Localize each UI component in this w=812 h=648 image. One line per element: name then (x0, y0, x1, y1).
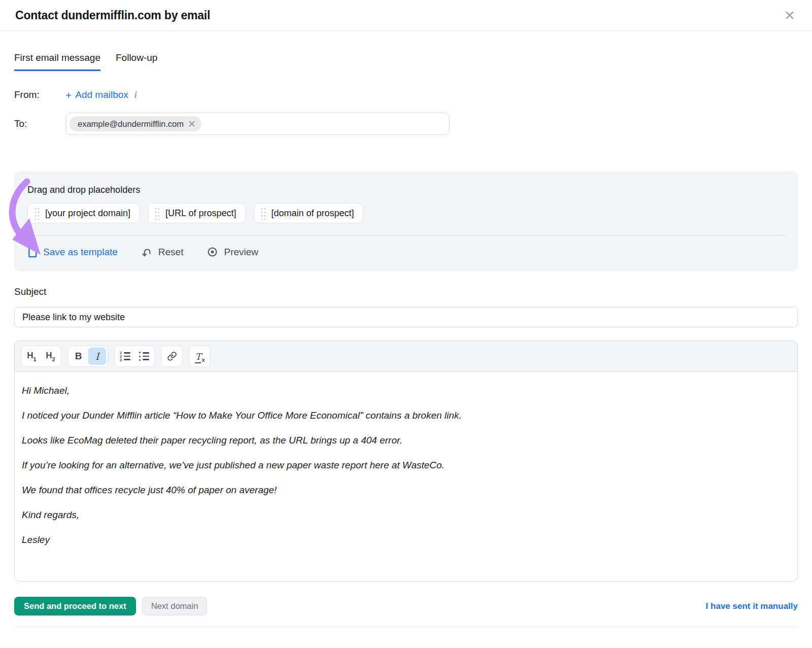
footer-actions: Send and proceed to next Next domain I h… (14, 597, 798, 616)
undo-icon (141, 246, 153, 258)
tab-follow-up[interactable]: Follow-up (116, 52, 157, 71)
ordered-list-icon: 1 2 3 (120, 351, 130, 362)
clear-formatting-button[interactable]: Tx (191, 348, 209, 365)
link-icon (167, 351, 177, 361)
panel-divider (27, 235, 786, 235)
bottom-divider (14, 627, 798, 627)
subject-label: Subject (14, 286, 798, 297)
from-label: From: (14, 89, 65, 100)
placeholders-title: Drag and drop placeholders (27, 185, 786, 195)
recipient-chip: example@dundermifflin.com (70, 116, 201, 131)
heading-group: H1 H2 (21, 346, 61, 367)
modal-header: Contact dundermifflin.com by email (0, 0, 812, 31)
italic-button[interactable]: I (88, 348, 106, 365)
placeholder-chip-domain-of-prospect[interactable]: [domain of prospect] (254, 203, 363, 223)
page-title: Contact dundermifflin.com by email (15, 9, 210, 22)
to-label: To: (14, 118, 65, 129)
from-row: From: + Add mailbox i (14, 89, 798, 100)
eye-icon (207, 246, 218, 258)
style-group: B I (67, 346, 108, 367)
placeholders-panel: Drag and drop placeholders [your project… (14, 172, 798, 271)
bullet-list-icon (139, 352, 149, 361)
editor-toolbar: H1 H2 B I 1 2 (15, 341, 797, 372)
tab-first-email-message[interactable]: First email message (14, 52, 100, 71)
email-body-paragraph: I noticed your Dunder Mifflin article “H… (22, 408, 790, 422)
list-group: 1 2 3 (114, 346, 155, 367)
sent-manually-link[interactable]: I have sent it manually (706, 601, 798, 611)
email-body-paragraph: We found that offices recycle just 40% o… (22, 483, 790, 497)
bullet-list-button[interactable] (135, 348, 153, 365)
email-tabs: First email message Follow-up (14, 52, 798, 71)
send-and-proceed-button[interactable]: Send and proceed to next (14, 597, 136, 616)
insert-link-button[interactable] (163, 348, 181, 365)
email-body-paragraph: If you’re looking for an alternative, we… (22, 458, 790, 472)
placeholder-chip-project-domain[interactable]: [your project domain] (27, 203, 140, 223)
email-body[interactable]: Hi Michael, I noticed your Dunder Miffli… (15, 372, 797, 581)
panel-actions: Save as template Reset Preview (27, 246, 786, 258)
clear-format-group: Tx (189, 346, 211, 367)
recipient-email: example@dundermifflin.com (78, 119, 184, 129)
plus-icon: + (65, 90, 72, 100)
next-domain-button[interactable]: Next domain (142, 597, 208, 616)
email-body-paragraph: Kind regards, (22, 508, 790, 522)
preview-button[interactable]: Preview (207, 246, 258, 258)
email-body-paragraph: Looks like EcoMag deleted their paper re… (22, 433, 790, 447)
email-editor: H1 H2 B I 1 2 (14, 340, 798, 582)
add-mailbox-label: Add mailbox (75, 89, 128, 100)
close-icon[interactable] (783, 8, 797, 22)
reset-button[interactable]: Reset (141, 246, 184, 258)
to-row: To: example@dundermifflin.com (14, 113, 798, 135)
drag-handle-icon (34, 207, 39, 220)
ordered-list-button[interactable]: 1 2 3 (116, 348, 134, 365)
bold-button[interactable]: B (70, 348, 87, 365)
heading1-button[interactable]: H1 (23, 348, 41, 365)
link-group (161, 346, 183, 367)
heading2-button[interactable]: H2 (42, 348, 59, 365)
info-icon[interactable]: i (134, 90, 137, 100)
email-body-paragraph: Hi Michael, (22, 384, 790, 397)
placeholder-chips: [your project domain] [URL of prospect] … (27, 203, 786, 223)
clear-formatting-icon: Tx (195, 351, 204, 362)
document-icon (27, 246, 38, 258)
remove-recipient-icon[interactable] (188, 120, 195, 127)
placeholder-chip-url-of-prospect[interactable]: [URL of prospect] (148, 203, 245, 223)
email-body-paragraph: Lesley (22, 533, 790, 547)
add-mailbox-button[interactable]: + Add mailbox (65, 89, 128, 100)
subject-input[interactable] (14, 307, 798, 327)
save-as-template-button[interactable]: Save as template (27, 246, 118, 258)
drag-handle-icon (260, 207, 265, 220)
drag-handle-icon (154, 207, 159, 220)
to-input[interactable]: example@dundermifflin.com (65, 113, 450, 135)
